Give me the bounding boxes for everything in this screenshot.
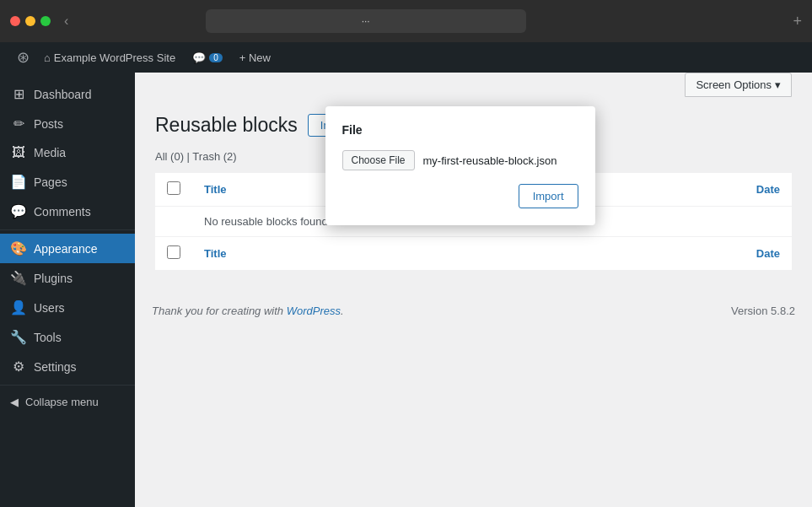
sidebar-item-dashboard[interactable]: ⊞ Dashboard xyxy=(0,79,135,109)
col-date-link[interactable]: Date xyxy=(756,183,780,196)
sidebar-label-posts: Posts xyxy=(34,117,63,131)
media-icon: 🖼 xyxy=(10,145,27,160)
wp-logo[interactable]: ⊛ xyxy=(10,45,35,70)
col-header-date: Date xyxy=(691,173,792,207)
plugins-icon: 🔌 xyxy=(10,270,27,286)
admin-bar-new[interactable]: + New xyxy=(231,42,279,73)
sidebar-label-tools: Tools xyxy=(34,331,62,344)
site-name: Example WordPress Site xyxy=(54,51,175,64)
filter-trash-count: (2) xyxy=(223,150,237,163)
sidebar-label-users: Users xyxy=(34,301,65,315)
users-icon: 👤 xyxy=(10,299,27,316)
table-footer-row: Title Date xyxy=(155,237,792,271)
filter-trash[interactable]: Trash (2) xyxy=(192,150,236,163)
screen-options-wrapper: Screen Options ▾ xyxy=(135,73,812,97)
browser-back-icon[interactable]: ‹ xyxy=(64,13,68,29)
admin-bar: ⊛ ⌂ Example WordPress Site 💬 0 + New xyxy=(0,42,812,73)
empty-check-cell xyxy=(155,207,192,237)
collapse-icon: ◀ xyxy=(10,396,19,408)
col-footer-title-link[interactable]: Title xyxy=(204,247,227,260)
screen-options-button[interactable]: Screen Options ▾ xyxy=(685,73,792,97)
sidebar-item-plugins[interactable]: 🔌 Plugins xyxy=(0,263,135,293)
sidebar-item-pages[interactable]: 📄 Pages xyxy=(0,167,135,197)
browser-dots xyxy=(10,16,51,26)
select-all-checkbox[interactable] xyxy=(167,181,180,195)
col-title-link[interactable]: Title xyxy=(204,183,227,196)
pages-icon: 📄 xyxy=(10,174,27,190)
sidebar-item-posts[interactable]: ✏ Posts xyxy=(0,109,135,138)
screen-options-arrow: ▾ xyxy=(775,78,781,91)
url-dots: ··· xyxy=(362,15,370,27)
col-header-check xyxy=(155,173,192,207)
sidebar-item-media[interactable]: 🖼 Media xyxy=(0,138,135,167)
admin-bar-comments[interactable]: 💬 0 xyxy=(184,42,231,73)
import-button[interactable]: Import xyxy=(519,184,578,208)
sidebar-item-users[interactable]: 👤 Users xyxy=(0,293,135,322)
tools-icon: 🔧 xyxy=(10,329,27,345)
sidebar: ⊞ Dashboard ✏ Posts 🖼 Media 📄 Pages 💬 Co… xyxy=(0,73,135,507)
footer-version: Version 5.8.2 xyxy=(731,305,795,317)
select-all-footer-checkbox[interactable] xyxy=(167,245,180,259)
comments-count: 0 xyxy=(209,53,223,62)
screen-options-label: Screen Options xyxy=(696,78,772,91)
sidebar-divider xyxy=(0,229,135,230)
footer-period: . xyxy=(341,305,344,317)
file-input-row: Choose File my-first-reusable-block.json xyxy=(342,150,578,170)
browser-chrome: ‹ ··· + xyxy=(0,0,812,42)
sidebar-item-comments[interactable]: 💬 Comments xyxy=(0,197,135,226)
footer-thank-you: Thank you for creating with xyxy=(152,305,283,317)
dot-yellow[interactable] xyxy=(25,16,35,26)
dialog-title: File xyxy=(342,123,578,137)
sidebar-label-settings: Settings xyxy=(34,360,77,374)
collapse-label: Collapse menu xyxy=(25,396,99,408)
sidebar-label-comments: Comments xyxy=(34,205,91,218)
import-dialog: File Choose File my-first-reusable-block… xyxy=(325,106,595,225)
filter-all[interactable]: All (0) xyxy=(155,150,187,163)
sidebar-label-appearance: Appearance xyxy=(34,242,98,256)
sidebar-item-tools[interactable]: 🔧 Tools xyxy=(0,322,135,352)
footer: Thank you for creating with WordPress. V… xyxy=(135,288,812,334)
footer-left: Thank you for creating with WordPress. xyxy=(152,305,344,317)
posts-icon: ✏ xyxy=(10,116,27,132)
sidebar-label-media: Media xyxy=(34,146,66,159)
comments-nav-icon: 💬 xyxy=(10,203,27,219)
sidebar-item-settings[interactable]: ⚙ Settings xyxy=(0,352,135,381)
col-footer-date: Date xyxy=(691,237,792,271)
collapse-menu-button[interactable]: ◀ Collapse menu xyxy=(0,389,135,415)
col-footer-date-link[interactable]: Date xyxy=(756,247,780,260)
page-title: Reusable blocks xyxy=(155,114,298,137)
dot-red[interactable] xyxy=(10,16,20,26)
sidebar-label-pages: Pages xyxy=(34,175,67,189)
choose-file-button[interactable]: Choose File xyxy=(342,150,415,170)
dialog-actions: Import xyxy=(342,184,578,208)
browser-url-bar[interactable]: ··· xyxy=(206,9,526,33)
file-name-display: my-first-reusable-block.json xyxy=(423,154,557,167)
sidebar-item-appearance[interactable]: 🎨 Appearance xyxy=(0,234,135,263)
dashboard-icon: ⊞ xyxy=(10,86,27,102)
settings-icon: ⚙ xyxy=(10,359,27,375)
appearance-icon: 🎨 xyxy=(10,240,27,256)
sidebar-divider-2 xyxy=(0,385,135,386)
filter-trash-label: Trash xyxy=(192,150,220,163)
footer-wp-link[interactable]: WordPress xyxy=(287,305,341,317)
col-footer-title: Title xyxy=(192,237,691,271)
comments-icon: 💬 xyxy=(192,51,206,64)
dot-green[interactable] xyxy=(40,16,51,26)
sidebar-label-plugins: Plugins xyxy=(34,272,73,285)
filter-all-count: (0) xyxy=(170,150,184,163)
sidebar-label-dashboard: Dashboard xyxy=(34,88,92,101)
admin-bar-site[interactable]: ⌂ Example WordPress Site xyxy=(35,42,184,73)
new-label: + New xyxy=(239,51,271,64)
new-tab-button[interactable]: + xyxy=(793,13,802,30)
filter-all-label: All xyxy=(155,150,167,163)
col-footer-check xyxy=(155,237,192,271)
home-icon: ⌂ xyxy=(44,51,51,64)
